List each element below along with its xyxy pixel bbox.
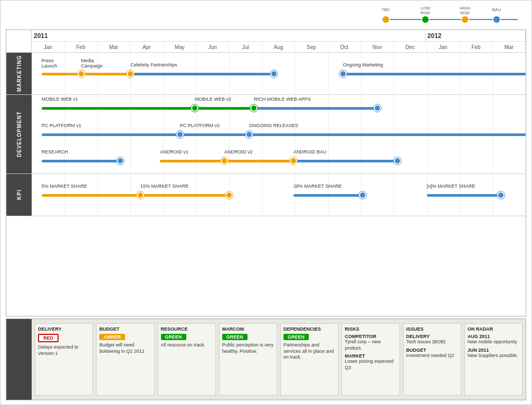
dash-card-budget: BUDGETAMBERBudget will need bolstering i… — [96, 323, 154, 396]
dash-subitem-title-risks-1: MARKET — [345, 353, 396, 359]
timeline-bar — [254, 107, 377, 110]
month-Feb-1: Feb — [64, 42, 97, 52]
timeline-node — [290, 157, 297, 165]
grid-line — [394, 174, 394, 216]
month-Sep-8: Sep — [295, 42, 328, 52]
swimlane-content-development: MOBILE WEB v1MOBILE WEB v2RICH MOBILE WE… — [32, 95, 526, 174]
timeline-node — [191, 104, 198, 112]
dash-subitem-text-risks-0: Tyrell corp – new product. — [345, 339, 396, 351]
dash-card-delivery: DELIVERYREDDelays expected to Version 1 — [35, 323, 93, 396]
bar-label: PC PLATFORM v2 — [180, 123, 220, 128]
dash-subitem-on-radar-1: JUN 2011New Suppliers possible. — [468, 348, 519, 359]
dash-card-title-budget: BUDGET — [99, 326, 151, 332]
status-badge-resource: GREEN — [161, 334, 186, 340]
label-spacer — [6, 30, 32, 52]
dash-subitem-title-on-radar-1: JUN 2011 — [468, 348, 519, 353]
bar-label: MediaCampaign — [81, 58, 103, 69]
timeline-node — [225, 191, 233, 199]
month-Jul-6: Jul — [229, 42, 262, 52]
swimlane-content-kpi: 5% MARKET SHARE15% MARKET SHARE28% MARKE… — [32, 174, 526, 216]
svg-point-4 — [422, 16, 429, 23]
timeline-bar — [140, 194, 229, 197]
dash-subitem-issues-1: BUDGETInvestment needed Q2 — [406, 348, 458, 359]
month-Dec-11: Dec — [394, 42, 426, 52]
month-Mar-14: Mar — [493, 42, 526, 52]
month-Apr-3: Apr — [130, 42, 163, 52]
dash-card-text-dependencies: Partnerships and services all in place a… — [283, 342, 335, 361]
dash-subitem-title-issues-1: BUDGET — [406, 348, 458, 353]
timeline-node — [394, 157, 401, 165]
timeline-bar — [427, 194, 501, 197]
dash-card-dependencies: DEPENDENCIESGREENPartnerships and servic… — [280, 323, 338, 396]
years-row: 20112012 — [32, 30, 526, 42]
status-badge-marcom: GREEN — [222, 334, 248, 340]
dashboard-content: DELIVERYREDDelays expected to Version 1B… — [32, 319, 526, 400]
timeline-node — [497, 191, 505, 199]
month-Aug-7: Aug — [262, 42, 295, 52]
month-Jan-12: Jan — [427, 42, 460, 52]
timeline-bar — [224, 160, 293, 162]
grid-line — [262, 174, 263, 216]
dash-card-title-on-radar: ON RADAR — [468, 326, 519, 332]
grid-line — [295, 53, 296, 95]
status-badge-budget: AMBER — [99, 334, 125, 340]
bar-label: MOBILE WEB v2 — [195, 97, 231, 102]
dash-card-text-marcom: Public perception is very healthy. Posit… — [222, 342, 274, 354]
legend-svg: TBCLOWRISKHIGHRISKBAU — [375, 5, 523, 26]
timeline-node — [127, 70, 134, 78]
month-Nov-10: Nov — [361, 42, 394, 52]
timeline-node — [176, 131, 184, 138]
timeline-node — [117, 157, 124, 165]
bar-label: 28% MARKET SHARE — [293, 184, 341, 189]
svg-text:HIGHRISK: HIGHRISK — [460, 6, 470, 15]
dash-card-resource: RESOURCEGREENAll resource on track. — [158, 323, 216, 396]
dashboard: DELIVERYREDDelays expected to Version 1B… — [6, 319, 526, 400]
bar-label: Celebrity Partnerships — [130, 62, 177, 68]
timeline-node — [221, 157, 228, 165]
timeline-bar — [42, 194, 140, 197]
swimlane-content-marketing: PressLaunchMediaCampaignCelebrity Partne… — [32, 53, 526, 95]
timeline-area: 20112012 JanFebMarAprMayJunJulAugSepOctN… — [6, 30, 526, 316]
timeline-bar — [130, 73, 273, 75]
dash-card-title-delivery: DELIVERY — [38, 326, 90, 332]
month-Oct-9: Oct — [328, 42, 361, 52]
timeline-node — [374, 104, 381, 112]
timeline-bar — [249, 133, 526, 136]
timeline-node — [137, 191, 144, 199]
timeline-bar — [42, 133, 180, 136]
dash-card-text-delivery: Delays expected to Version 1 — [38, 344, 90, 356]
timeline-bar — [42, 107, 195, 110]
dash-card-risks: RISKSCOMPETITORTyrell corp – new product… — [341, 323, 400, 396]
dash-card-on-radar: ON RADARAUG 2011New mobile opportunityJU… — [464, 323, 522, 396]
year-2012: 2012 — [425, 30, 526, 41]
dash-subitem-risks-0: COMPETITORTyrell corp – new product. — [345, 334, 396, 351]
swimlane-label-kpi: KPI — [6, 174, 32, 216]
month-Jun-5: Jun — [196, 42, 229, 52]
dash-subitem-text-risks-1: Lower pricing expected Q3 — [345, 359, 396, 371]
timeline-bar — [293, 160, 397, 162]
svg-text:BAU: BAU — [492, 7, 501, 12]
dash-subitem-risks-1: MARKETLower pricing expected Q3 — [345, 353, 396, 371]
dash-card-title-marcom: MARCOM — [222, 326, 274, 332]
timeline-node — [245, 131, 253, 138]
bar-label: PressLaunch — [42, 58, 58, 69]
timeline-node — [359, 191, 366, 199]
svg-point-2 — [382, 16, 390, 23]
svg-point-8 — [493, 16, 500, 23]
dash-subitem-title-risks-0: COMPETITOR — [345, 334, 396, 339]
dash-card-issues: ISSUESDELIVERYTech issues (BOB)BUDGETInv… — [403, 323, 461, 396]
bar-label: ANDROID v2 — [224, 149, 253, 155]
bar-label: ANDROID BAU — [293, 149, 327, 155]
months-row: JanFebMarAprMayJunJulAugSepOctNovDecJanF… — [32, 42, 526, 52]
month-Mar-2: Mar — [98, 42, 130, 52]
dash-subitem-title-on-radar-0: AUG 2011 — [468, 334, 519, 339]
timeline-bar — [42, 160, 121, 162]
swimlane-label-marketing: MARKETING — [6, 53, 32, 94]
bar-label: RESEARCH — [42, 149, 68, 155]
swimlane-development: DEVELOPMENTMOBILE WEB v1MOBILE WEB v2RIC… — [6, 95, 526, 174]
dash-subitem-title-issues-0: DELIVERY — [406, 334, 458, 339]
dashboard-label — [6, 319, 32, 400]
timeline-node — [270, 70, 278, 78]
timeline-node — [78, 70, 85, 78]
status-badge-dependencies: GREEN — [283, 334, 309, 340]
